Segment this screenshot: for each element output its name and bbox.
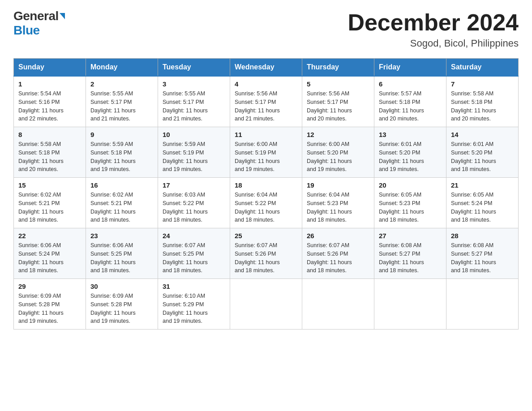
calendar-cell: 6Sunrise: 5:57 AMSunset: 5:18 PMDaylight… bbox=[374, 76, 446, 127]
day-info: Sunrise: 5:55 AMSunset: 5:17 PMDaylight:… bbox=[90, 90, 153, 123]
logo-general-text: General bbox=[13, 9, 59, 23]
header-monday: Monday bbox=[86, 59, 158, 77]
calendar-cell: 23Sunrise: 6:06 AMSunset: 5:25 PMDayligh… bbox=[86, 228, 158, 279]
calendar-cell bbox=[374, 279, 446, 330]
day-number: 19 bbox=[307, 181, 369, 189]
day-number: 10 bbox=[163, 131, 225, 138]
month-year-title: December 2024 bbox=[348, 9, 519, 36]
calendar-cell: 27Sunrise: 6:08 AMSunset: 5:27 PMDayligh… bbox=[374, 228, 446, 279]
day-number: 31 bbox=[163, 283, 225, 290]
calendar-cell: 25Sunrise: 6:07 AMSunset: 5:26 PMDayligh… bbox=[230, 228, 302, 279]
day-info: Sunrise: 6:06 AMSunset: 5:25 PMDaylight:… bbox=[90, 241, 153, 275]
day-number: 18 bbox=[235, 181, 297, 189]
calendar-cell: 30Sunrise: 6:09 AMSunset: 5:28 PMDayligh… bbox=[86, 279, 158, 330]
day-info: Sunrise: 6:05 AMSunset: 5:24 PMDaylight:… bbox=[451, 191, 514, 224]
calendar-cell: 28Sunrise: 6:08 AMSunset: 5:27 PMDayligh… bbox=[446, 228, 519, 279]
calendar-cell: 4Sunrise: 5:56 AMSunset: 5:17 PMDaylight… bbox=[230, 76, 302, 127]
day-number: 16 bbox=[90, 181, 153, 189]
day-info: Sunrise: 6:03 AMSunset: 5:22 PMDaylight:… bbox=[163, 191, 225, 224]
day-info: Sunrise: 6:10 AMSunset: 5:29 PMDaylight:… bbox=[163, 292, 225, 325]
day-number: 20 bbox=[379, 181, 442, 189]
calendar-cell bbox=[302, 279, 374, 330]
day-info: Sunrise: 6:07 AMSunset: 5:25 PMDaylight:… bbox=[163, 241, 225, 275]
day-info: Sunrise: 6:05 AMSunset: 5:23 PMDaylight:… bbox=[379, 191, 442, 224]
calendar-cell: 1Sunrise: 5:54 AMSunset: 5:16 PMDaylight… bbox=[14, 76, 86, 127]
calendar-cell bbox=[230, 279, 302, 330]
calendar-cell: 29Sunrise: 6:09 AMSunset: 5:28 PMDayligh… bbox=[14, 279, 86, 330]
calendar-cell: 15Sunrise: 6:02 AMSunset: 5:21 PMDayligh… bbox=[14, 178, 86, 228]
calendar-cell: 19Sunrise: 6:04 AMSunset: 5:23 PMDayligh… bbox=[302, 178, 374, 228]
week-row-1: 1Sunrise: 5:54 AMSunset: 5:16 PMDaylight… bbox=[14, 76, 519, 127]
day-number: 21 bbox=[451, 181, 514, 189]
day-info: Sunrise: 5:59 AMSunset: 5:18 PMDaylight:… bbox=[90, 140, 153, 174]
day-info: Sunrise: 6:06 AMSunset: 5:24 PMDaylight:… bbox=[18, 241, 81, 275]
calendar-cell: 3Sunrise: 5:55 AMSunset: 5:17 PMDaylight… bbox=[158, 76, 230, 127]
calendar-cell: 14Sunrise: 6:01 AMSunset: 5:20 PMDayligh… bbox=[446, 127, 519, 178]
week-row-2: 8Sunrise: 5:58 AMSunset: 5:18 PMDaylight… bbox=[14, 127, 519, 178]
day-info: Sunrise: 6:07 AMSunset: 5:26 PMDaylight:… bbox=[235, 241, 297, 275]
location-subtitle: Sogod, Bicol, Philippines bbox=[348, 38, 519, 49]
day-number: 2 bbox=[90, 80, 153, 88]
calendar-cell: 8Sunrise: 5:58 AMSunset: 5:18 PMDaylight… bbox=[14, 127, 86, 178]
day-info: Sunrise: 6:00 AMSunset: 5:20 PMDaylight:… bbox=[307, 140, 369, 174]
calendar-cell: 21Sunrise: 6:05 AMSunset: 5:24 PMDayligh… bbox=[446, 178, 519, 228]
day-info: Sunrise: 6:08 AMSunset: 5:27 PMDaylight:… bbox=[379, 241, 442, 275]
day-number: 15 bbox=[18, 181, 81, 189]
day-info: Sunrise: 6:01 AMSunset: 5:20 PMDaylight:… bbox=[379, 140, 442, 174]
day-info: Sunrise: 6:04 AMSunset: 5:23 PMDaylight:… bbox=[307, 191, 369, 224]
day-number: 25 bbox=[235, 232, 297, 240]
day-number: 8 bbox=[18, 131, 81, 138]
day-number: 24 bbox=[163, 232, 225, 240]
day-number: 11 bbox=[235, 131, 297, 138]
day-info: Sunrise: 6:01 AMSunset: 5:20 PMDaylight:… bbox=[451, 140, 514, 174]
day-number: 26 bbox=[307, 232, 369, 240]
calendar-cell: 26Sunrise: 6:07 AMSunset: 5:26 PMDayligh… bbox=[302, 228, 374, 279]
day-info: Sunrise: 6:02 AMSunset: 5:21 PMDaylight:… bbox=[18, 191, 81, 224]
header-row: SundayMondayTuesdayWednesdayThursdayFrid… bbox=[14, 59, 519, 77]
calendar-cell: 5Sunrise: 5:56 AMSunset: 5:17 PMDaylight… bbox=[302, 76, 374, 127]
calendar-cell: 7Sunrise: 5:58 AMSunset: 5:18 PMDaylight… bbox=[446, 76, 519, 127]
day-info: Sunrise: 6:09 AMSunset: 5:28 PMDaylight:… bbox=[90, 292, 153, 325]
day-number: 17 bbox=[163, 181, 225, 189]
day-number: 9 bbox=[90, 131, 153, 138]
day-info: Sunrise: 5:56 AMSunset: 5:17 PMDaylight:… bbox=[307, 90, 369, 123]
day-info: Sunrise: 5:57 AMSunset: 5:18 PMDaylight:… bbox=[379, 90, 442, 123]
logo-arrow-icon bbox=[60, 13, 65, 19]
day-number: 6 bbox=[379, 80, 442, 88]
header-friday: Friday bbox=[374, 59, 446, 77]
header-sunday: Sunday bbox=[14, 59, 86, 77]
day-info: Sunrise: 5:54 AMSunset: 5:16 PMDaylight:… bbox=[18, 90, 81, 123]
day-number: 12 bbox=[307, 131, 369, 138]
calendar-cell: 2Sunrise: 5:55 AMSunset: 5:17 PMDaylight… bbox=[86, 76, 158, 127]
week-row-4: 22Sunrise: 6:06 AMSunset: 5:24 PMDayligh… bbox=[14, 228, 519, 279]
day-info: Sunrise: 5:59 AMSunset: 5:19 PMDaylight:… bbox=[163, 140, 225, 174]
calendar-cell: 11Sunrise: 6:00 AMSunset: 5:19 PMDayligh… bbox=[230, 127, 302, 178]
day-number: 30 bbox=[90, 283, 153, 290]
day-info: Sunrise: 5:58 AMSunset: 5:18 PMDaylight:… bbox=[18, 140, 81, 174]
calendar-cell: 9Sunrise: 5:59 AMSunset: 5:18 PMDaylight… bbox=[86, 127, 158, 178]
calendar-table: SundayMondayTuesdayWednesdayThursdayFrid… bbox=[13, 58, 519, 330]
title-section: December 2024 Sogod, Bicol, Philippines bbox=[348, 9, 519, 49]
day-number: 14 bbox=[451, 131, 514, 138]
logo: General Blue bbox=[13, 9, 65, 38]
day-number: 29 bbox=[18, 283, 81, 290]
day-info: Sunrise: 6:07 AMSunset: 5:26 PMDaylight:… bbox=[307, 241, 369, 275]
day-number: 13 bbox=[379, 131, 442, 138]
day-info: Sunrise: 6:08 AMSunset: 5:27 PMDaylight:… bbox=[451, 241, 514, 275]
calendar-cell: 24Sunrise: 6:07 AMSunset: 5:25 PMDayligh… bbox=[158, 228, 230, 279]
header-thursday: Thursday bbox=[302, 59, 374, 77]
header-saturday: Saturday bbox=[446, 59, 519, 77]
day-info: Sunrise: 5:55 AMSunset: 5:17 PMDaylight:… bbox=[163, 90, 225, 123]
day-number: 23 bbox=[90, 232, 153, 240]
calendar-cell: 12Sunrise: 6:00 AMSunset: 5:20 PMDayligh… bbox=[302, 127, 374, 178]
day-number: 4 bbox=[235, 80, 297, 88]
header-wednesday: Wednesday bbox=[230, 59, 302, 77]
logo-blue-text: Blue bbox=[13, 23, 40, 38]
page-header: General Blue December 2024 Sogod, Bicol,… bbox=[13, 9, 519, 49]
calendar-cell: 18Sunrise: 6:04 AMSunset: 5:22 PMDayligh… bbox=[230, 178, 302, 228]
day-number: 7 bbox=[451, 80, 514, 88]
day-info: Sunrise: 6:04 AMSunset: 5:22 PMDaylight:… bbox=[235, 191, 297, 224]
day-info: Sunrise: 6:00 AMSunset: 5:19 PMDaylight:… bbox=[235, 140, 297, 174]
calendar-cell: 17Sunrise: 6:03 AMSunset: 5:22 PMDayligh… bbox=[158, 178, 230, 228]
calendar-cell: 22Sunrise: 6:06 AMSunset: 5:24 PMDayligh… bbox=[14, 228, 86, 279]
